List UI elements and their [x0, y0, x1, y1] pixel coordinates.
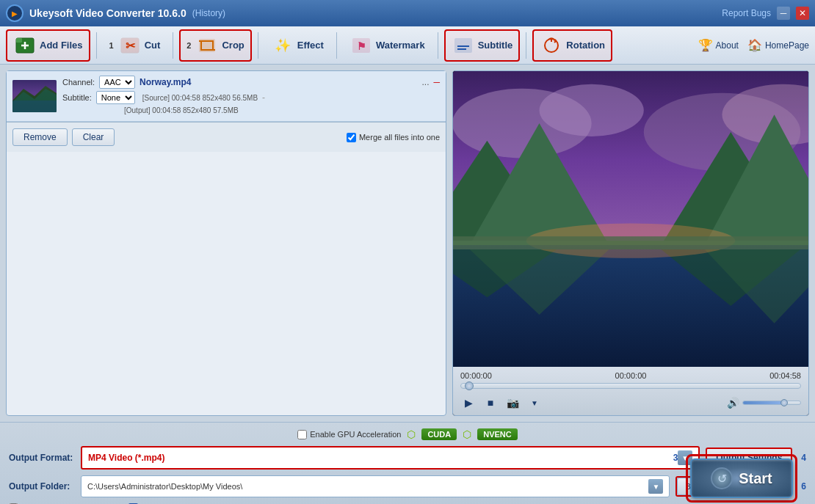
svg-text:⚑: ⚑	[356, 40, 366, 52]
cut-button[interactable]: 1 ✂ Cut	[103, 30, 167, 61]
subtitle-button[interactable]: Subtitle	[444, 29, 521, 62]
watermark-label: Watermark	[376, 40, 425, 51]
add-files-label: Add Files	[40, 40, 83, 51]
time-end: 00:04:58	[769, 371, 801, 380]
effect-button[interactable]: ✨ Effect	[264, 30, 330, 61]
gpu-check: Enable GPU Acceleration	[297, 430, 401, 439]
screenshot-dropdown[interactable]: ▼	[526, 395, 543, 411]
format-label: Output Format:	[9, 453, 75, 463]
time-row: 00:00:00 00:00:00 00:04:58	[460, 371, 801, 380]
source-meta: [Source] 00:04:58 852x480 56.5MB	[142, 94, 258, 102]
time-mid: 00:00:00	[615, 371, 647, 380]
subtitle-select[interactable]: None	[96, 91, 135, 104]
rotation-button[interactable]: Rotation	[532, 29, 612, 62]
close-button[interactable]: ✕	[796, 7, 809, 20]
file-list: Channel: AAC Norway.mp4 ... ─ Subtitle: …	[7, 71, 446, 122]
toolbar-right: 🏆 About 🏠 HomePage	[698, 38, 809, 52]
history-label[interactable]: (History)	[192, 8, 225, 18]
playback-controls: ▶ ■ 📷 ▼ 🔊	[460, 395, 801, 411]
rotation-icon	[540, 34, 563, 57]
homepage-button[interactable]: 🏠 HomePage	[747, 38, 809, 52]
bottom-content: Output Format: MP4 Video (*.mp4) 3 ▼ Out…	[9, 446, 806, 504]
effect-label: Effect	[297, 40, 324, 51]
start-wrap: ↺ Start	[686, 454, 797, 503]
folder-input-wrap[interactable]: C:\Users\Administrator\Desktop\My Videos…	[81, 475, 670, 497]
start-label: Start	[739, 470, 772, 487]
crop-icon	[195, 34, 219, 57]
file-item: Channel: AAC Norway.mp4 ... ─ Subtitle: …	[7, 71, 446, 122]
toolbar: Add Files 1 ✂ Cut 2	[0, 26, 815, 65]
homepage-icon: 🏠	[747, 38, 762, 52]
toolbar-sep-4	[336, 32, 337, 59]
play-button[interactable]: ▶	[460, 395, 477, 411]
progress-thumb[interactable]	[465, 381, 474, 390]
nvidia-icon-2: ⬡	[463, 428, 471, 440]
main-content: Channel: AAC Norway.mp4 ... ─ Subtitle: …	[0, 65, 815, 422]
svg-text:✂: ✂	[125, 40, 135, 52]
volume-fill	[743, 401, 783, 404]
channel-select[interactable]: AAC	[99, 76, 135, 89]
file-info: Channel: AAC Norway.mp4 ... ─ Subtitle: …	[62, 76, 440, 117]
format-num: 3	[673, 453, 678, 463]
report-bugs-link[interactable]: Report Bugs	[722, 8, 771, 18]
svg-rect-1	[16, 38, 22, 43]
gpu-checkbox[interactable]	[297, 430, 307, 439]
watermark-button[interactable]: ⚑ Watermark	[343, 30, 432, 61]
format-output-start: Output Format: MP4 Video (*.mp4) 3 ▼ Out…	[9, 446, 806, 504]
clear-button[interactable]: Clear	[72, 128, 115, 146]
folder-label: Output Folder:	[9, 481, 75, 492]
nvenc-badge: NVENC	[477, 428, 518, 440]
about-label: About	[716, 40, 739, 51]
folder-dropdown-button[interactable]: ▼	[648, 479, 663, 494]
titlebar-right: Report Bugs ─ ✕	[722, 7, 809, 20]
crop-label: Crop	[222, 40, 244, 51]
merge-checkbox[interactable]	[347, 133, 356, 142]
app-title: Ukeysoft Video Converter 10.6.0	[29, 7, 186, 19]
effect-icon: ✨	[271, 34, 294, 57]
merge-check: Merge all files into one	[347, 133, 440, 142]
format-select-wrap[interactable]: MP4 Video (*.mp4) 3 ▼	[81, 446, 700, 470]
about-icon: 🏆	[698, 38, 713, 52]
preview-panel: 00:00:00 00:00:00 00:04:58 ▶ ■ 📷 ▼ 🔊	[452, 70, 809, 416]
cuda-badge: CUDA	[421, 428, 457, 440]
add-files-button[interactable]: Add Files	[6, 29, 90, 62]
file-options-button[interactable]: ...	[421, 77, 429, 87]
remove-button[interactable]: Remove	[12, 128, 68, 146]
bottom-bar: Enable GPU Acceleration ⬡ CUDA ⬡ NVENC O…	[0, 422, 815, 504]
cut-label: Cut	[145, 40, 161, 51]
homepage-label: HomePage	[765, 40, 809, 51]
toolbar-sep-1	[96, 32, 97, 59]
svg-point-23	[540, 84, 644, 136]
volume-thumb[interactable]	[780, 399, 788, 406]
crop-button[interactable]: 2 Crop	[179, 29, 251, 62]
subtitle-label: Subtitle	[478, 40, 513, 51]
format-value: MP4 Video (*.mp4)	[88, 453, 670, 463]
titlebar-left: Ukeysoft Video Converter 10.6.0 (History…	[6, 4, 225, 22]
file-panel: Channel: AAC Norway.mp4 ... ─ Subtitle: …	[6, 70, 446, 416]
titlebar: Ukeysoft Video Converter 10.6.0 (History…	[0, 0, 815, 26]
stop-button[interactable]: ■	[482, 395, 499, 411]
file-thumbnail	[12, 80, 57, 112]
source-dash: -	[262, 92, 265, 103]
gpu-label: Enable GPU Acceleration	[310, 430, 401, 439]
progress-bar[interactable]	[460, 383, 801, 389]
file-remove-icon[interactable]: ─	[433, 77, 440, 87]
subtitle-label-file: Subtitle:	[62, 93, 92, 102]
rotation-label: Rotation	[566, 40, 605, 51]
volume-icon[interactable]: 🔊	[727, 397, 739, 409]
browse-num: 6	[801, 481, 806, 492]
toolbar-left: Add Files 1 ✂ Cut 2	[6, 29, 612, 62]
start-button[interactable]: ↺ Start	[690, 459, 793, 498]
screenshot-button[interactable]: 📷	[504, 395, 521, 411]
about-button[interactable]: 🏆 About	[698, 38, 739, 52]
subtitle-icon	[452, 34, 475, 57]
cut-icon: ✂	[118, 34, 142, 57]
svg-rect-20	[12, 101, 57, 112]
start-icon: ↺	[711, 467, 733, 489]
merge-label: Merge all files into one	[359, 133, 440, 142]
folder-value: C:\Users\Administrator\Desktop\My Videos…	[87, 482, 648, 491]
app-logo	[6, 4, 23, 22]
preview-controls: 00:00:00 00:00:00 00:04:58 ▶ ■ 📷 ▼ 🔊	[453, 367, 808, 415]
volume-bar[interactable]	[742, 401, 801, 405]
minimize-button[interactable]: ─	[777, 7, 790, 20]
